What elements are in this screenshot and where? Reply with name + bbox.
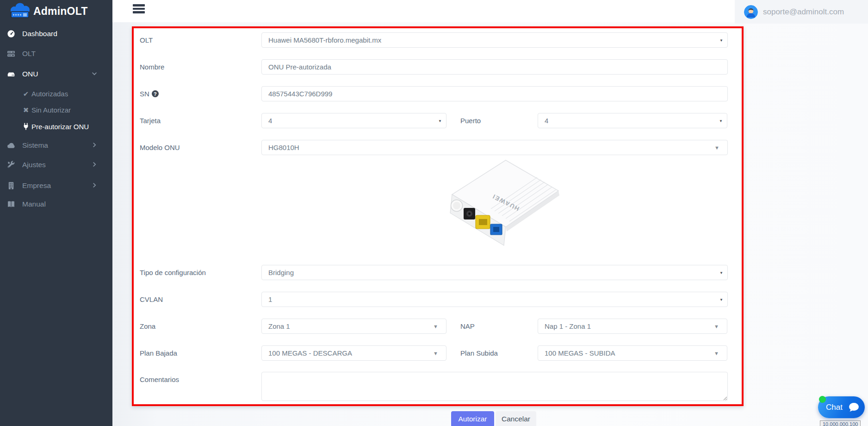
sidebar-item-label: ONU: [22, 70, 38, 78]
dropdown-arrow-icon: ▼: [433, 351, 438, 356]
onu-device-icon: [7, 70, 15, 78]
tipo-configuracion-label: Tipo de configuración: [140, 269, 206, 276]
dropdown-arrow-icon: ▼: [714, 145, 719, 150]
sidebar-item-label: OLT: [22, 50, 36, 58]
chevron-down-icon: [91, 70, 98, 77]
nap-label: NAP: [460, 322, 475, 330]
sidebar-item-sin-autorizar[interactable]: ✖ Sin Autorizar: [0, 102, 112, 117]
sidebar-item-label: Pre-autorizar ONU: [31, 123, 89, 131]
sidebar-item-label: Autorizadas: [31, 90, 68, 98]
dropdown-arrow-icon: ▼: [719, 270, 723, 275]
plug-icon: [22, 123, 30, 130]
tools-icon: [7, 161, 15, 169]
chevron-right-icon: [91, 182, 98, 188]
comentarios-label: Comentarios: [140, 376, 179, 383]
nap-select[interactable]: Nap 1 - Zona 1 ▼: [538, 319, 727, 334]
sidebar-item-label: Empresa: [22, 182, 51, 190]
tarjeta-select[interactable]: 4 ▼: [261, 113, 446, 128]
puerto-label: Puerto: [460, 117, 481, 125]
sidebar-item-label: Ajustes: [22, 161, 46, 169]
modelo-onu-select[interactable]: HG8010H ▼: [261, 140, 728, 155]
sidebar-item-label: Dashboard: [22, 30, 57, 38]
brand-name: AdminOLT: [33, 5, 87, 18]
sn-label: SN ?: [140, 90, 159, 98]
zona-label: Zona: [140, 322, 155, 330]
nombre-input[interactable]: ONU Pre-autorizada: [261, 59, 728, 75]
sidebar-item-empresa[interactable]: Empresa: [0, 178, 112, 193]
plan-subida-select[interactable]: 100 MEGAS - SUBIDA ▼: [538, 345, 727, 361]
dropdown-arrow-icon: ▼: [714, 351, 719, 356]
onu-device-image: HUAWEI: [423, 157, 562, 268]
chevron-right-icon: [91, 142, 98, 148]
dropdown-arrow-icon: ▼: [714, 324, 719, 329]
sidebar-item-sistema[interactable]: Sistema: [0, 138, 112, 153]
question-circle-icon[interactable]: ?: [152, 90, 159, 97]
cvlan-select[interactable]: 1 ▼: [261, 292, 728, 307]
chevron-right-icon: [91, 161, 98, 168]
book-icon: [7, 200, 15, 208]
sidebar-item-autorizadas[interactable]: ✔ Autorizadas: [0, 86, 112, 101]
server-icon: [7, 50, 15, 58]
cloud-router-logo-icon: [9, 3, 31, 19]
nombre-label: Nombre: [140, 63, 164, 71]
sidebar-item-onu[interactable]: ONU: [0, 67, 112, 81]
sidebar-item-label: Sistema: [22, 141, 48, 150]
hamburger-menu-icon[interactable]: [133, 4, 145, 13]
sidebar: AdminOLT Dashboard OLT ONU ✔ Autor: [0, 0, 112, 426]
building-icon: [7, 182, 15, 190]
sidebar-item-label: Manual: [22, 200, 46, 208]
chat-label: Chat: [826, 403, 843, 412]
cancelar-button[interactable]: Cancelar: [496, 411, 536, 426]
dropdown-arrow-icon: ▼: [719, 119, 723, 123]
topbar: soporte@adminolt.com: [112, 0, 868, 22]
autorizar-button[interactable]: Autorizar: [451, 411, 494, 426]
avatar: [744, 5, 758, 19]
plan-bajada-select[interactable]: 100 MEGAS - DESCARGA ▼: [261, 345, 446, 361]
sidebar-item-label: Sin Autorizar: [31, 106, 71, 114]
dropdown-arrow-icon: ▼: [433, 324, 438, 329]
dropdown-arrow-icon: ▼: [719, 38, 723, 42]
cloud-icon: [7, 141, 15, 150]
sidebar-item-ajustes[interactable]: Ajustes: [0, 157, 112, 172]
cvlan-label: CVLAN: [140, 295, 163, 303]
plan-bajada-label: Plan Bajada: [140, 349, 177, 357]
tipo-configuracion-select[interactable]: Bridging ▼: [261, 265, 728, 280]
user-menu[interactable]: soporte@adminolt.com: [735, 0, 868, 24]
comentarios-textarea[interactable]: [261, 372, 728, 401]
check-icon: ✔: [22, 90, 30, 97]
sidebar-item-pre-autorizar-onu[interactable]: Pre-autorizar ONU: [0, 119, 112, 134]
tarjeta-label: Tarjeta: [140, 117, 161, 125]
olt-select[interactable]: Huawei MA5680T-rbforo.megabit.mx ▼: [261, 32, 728, 48]
dropdown-arrow-icon: ▼: [719, 297, 723, 301]
olt-label: OLT: [140, 36, 153, 44]
chat-bubble-icon: [847, 401, 861, 414]
zona-select[interactable]: Zona 1 ▼: [261, 319, 446, 334]
dropdown-arrow-icon: ▼: [438, 119, 442, 123]
status-tooltip: 10.000.000.100: [820, 420, 861, 426]
puerto-select[interactable]: 4 ▼: [538, 113, 727, 128]
brand-logo[interactable]: AdminOLT: [0, 0, 112, 22]
sidebar-item-manual[interactable]: Manual: [0, 197, 112, 212]
sidebar-item-dashboard[interactable]: Dashboard: [0, 26, 112, 41]
plan-subida-label: Plan Subida: [460, 349, 498, 357]
modelo-onu-label: Modelo ONU: [140, 144, 180, 151]
adminolt-app: AdminOLT Dashboard OLT ONU ✔ Autor: [0, 0, 868, 426]
sn-input[interactable]: 48575443C796D999: [261, 86, 728, 101]
gauge-icon: [7, 30, 15, 38]
x-icon: ✖: [22, 106, 30, 113]
sidebar-item-olt[interactable]: OLT: [0, 46, 112, 61]
online-status-dot: [819, 396, 826, 403]
user-email: soporte@adminolt.com: [763, 7, 844, 17]
